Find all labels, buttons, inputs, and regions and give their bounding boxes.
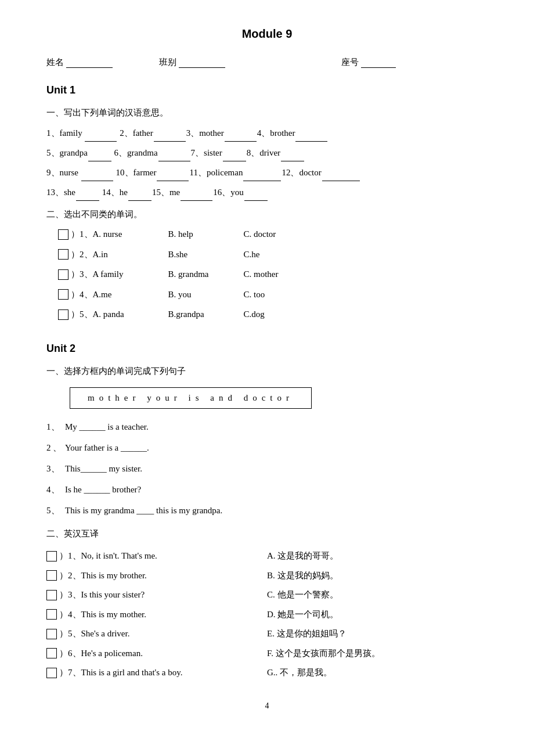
choice-a: A.me	[93, 286, 168, 303]
choice-a: A family	[93, 266, 168, 283]
blank	[157, 172, 189, 181]
blank	[244, 192, 268, 201]
unit2-translations: ）1、 No, it isn't. That's me. A. 这是我的哥哥。 …	[46, 548, 488, 681]
blank	[76, 192, 99, 201]
choice-num: ）1、	[71, 226, 93, 243]
choice-num: ）5、	[71, 306, 93, 323]
translate-en: This is a girl and that's a boy.	[81, 664, 183, 681]
choice-b: B. help	[168, 226, 244, 243]
class-field: 班别	[159, 55, 225, 70]
translate-row: ）2、 This is my brother. B. 这是我的妈妈。	[46, 567, 488, 584]
choice-row: ）1、 A. nurse B. help C. doctor	[58, 226, 488, 243]
sentence-num: 2 、	[46, 439, 63, 456]
name-blank	[66, 57, 113, 68]
blank	[81, 172, 113, 181]
unit1-section2-title: 二、选出不同类的单词。	[46, 207, 488, 222]
sentence-row: 4、 Is he ______ brother?	[46, 481, 488, 498]
translate-en: No, it isn't. That's me.	[81, 548, 157, 564]
word-box: mother your is and doctor	[70, 387, 312, 409]
translate-cn: A. 这是我的哥哥。	[267, 548, 488, 564]
sentence-text: Is he ______ brother?	[65, 481, 141, 498]
page-title: Module 9	[46, 23, 488, 44]
translate-left: ）6、 He's a policeman.	[46, 645, 267, 662]
translate-num: ）3、	[59, 586, 81, 603]
answer-blank	[46, 648, 57, 658]
vocab-row-3: 9、nurse 10、farmer11、policeman12、doctor	[46, 164, 488, 181]
unit2-section1-title: 一、选择方框内的单词完成下列句子	[46, 363, 488, 379]
blank	[128, 192, 151, 201]
translate-left: ）3、 Is this your sister?	[46, 586, 267, 603]
translate-num: ）6、	[59, 645, 81, 662]
translate-num: ）2、	[59, 567, 81, 584]
sentence-row: 3、 This______ my sister.	[46, 460, 488, 477]
choice-c: C. doctor	[244, 226, 276, 243]
choice-b: B.grandpa	[168, 306, 244, 323]
answer-blank	[58, 309, 68, 320]
answer-blank	[58, 249, 68, 260]
sentence-row: 5、 This is my grandma ____ this is my gr…	[46, 502, 488, 519]
translate-cn: C. 他是一个警察。	[267, 586, 488, 603]
translate-cn: D. 她是一个司机。	[267, 606, 488, 623]
vocab-row-4: 13、she 14、he15、me16、you	[46, 183, 488, 201]
choice-row: ）5、 A. panda B.grandpa C.dog	[58, 306, 488, 323]
unit2-title: Unit 2	[46, 339, 488, 358]
translate-num: ）1、	[59, 548, 81, 564]
blank	[295, 132, 327, 142]
choice-b: B. you	[168, 286, 244, 303]
blank	[281, 152, 304, 161]
sentence-num: 1、	[46, 418, 63, 435]
seat-blank	[361, 57, 396, 68]
class-blank	[179, 57, 225, 68]
class-label: 班别	[159, 55, 176, 70]
answer-blank	[58, 289, 68, 300]
translate-cn: B. 这是我的妈妈。	[267, 567, 488, 584]
answer-blank	[46, 668, 57, 678]
blank	[85, 132, 117, 142]
blank	[223, 152, 246, 161]
choice-num: ）3、	[71, 266, 93, 283]
translate-cn: E. 这是你的姐姐吗？	[267, 625, 488, 642]
choice-c: C.dog	[244, 306, 265, 323]
name-label: 姓名	[46, 55, 64, 70]
sentence-text: This______ my sister.	[65, 460, 142, 477]
translate-row: ）7、 This is a girl and that's a boy. G..…	[46, 664, 488, 681]
translate-left: ）2、 This is my brother.	[46, 567, 267, 584]
translate-row: ）4、 This is my mother. D. 她是一个司机。	[46, 606, 488, 623]
unit2-sentences: 1、 My ______ is a teacher. 2 、 Your fath…	[46, 418, 488, 519]
answer-blank	[46, 570, 57, 581]
unit2-section: Unit 2 一、选择方框内的单词完成下列句子 mother your is a…	[46, 339, 488, 681]
sentence-text: This is my grandma ____ this is my grand…	[65, 502, 222, 519]
seat-field: 座号	[341, 55, 396, 70]
answer-blank	[46, 590, 57, 600]
blank	[158, 152, 190, 161]
blank	[322, 172, 360, 181]
translate-left: ）7、 This is a girl and that's a boy.	[46, 664, 267, 681]
blank	[154, 132, 186, 142]
blank	[181, 192, 212, 201]
answer-blank	[46, 629, 57, 639]
unit1-section1-title: 一、写出下列单词的汉语意思。	[46, 105, 488, 121]
name-field: 姓名	[46, 55, 113, 70]
vocab-row-1: 1、family 2、father3、mother4、brother	[46, 124, 488, 142]
unit1-title: Unit 1	[46, 81, 488, 99]
choice-c: C. too	[244, 286, 265, 303]
choice-row: ）4、 A.me B. you C. too	[58, 286, 488, 303]
vocab-row-2: 5、grandpa 6、grandma7、sister8、driver	[46, 144, 488, 161]
answer-blank	[58, 269, 68, 280]
choice-a: A. nurse	[93, 226, 168, 243]
page-number: 4	[46, 699, 488, 713]
choice-c: C.he	[244, 246, 260, 263]
choice-num: ）2、	[71, 246, 93, 263]
blank	[88, 152, 111, 161]
choice-c: C. mother	[244, 266, 279, 283]
translate-en: Is this your sister?	[81, 586, 145, 603]
translate-row: ）6、 He's a policeman. F. 这个是女孩而那个是男孩。	[46, 645, 488, 662]
unit1-choices: ）1、 A. nurse B. help C. doctor ）2、 A.in …	[46, 226, 488, 323]
answer-blank	[46, 551, 57, 561]
choice-row: ）2、 A.in B.she C.he	[58, 246, 488, 263]
sentence-row: 2 、 Your father is a ______.	[46, 439, 488, 456]
translate-en: He's a policeman.	[81, 645, 143, 662]
translate-left: ）5、 She's a driver.	[46, 625, 267, 642]
sentence-text: My ______ is a teacher.	[65, 418, 149, 435]
translate-cn: F. 这个是女孩而那个是男孩。	[267, 645, 488, 662]
